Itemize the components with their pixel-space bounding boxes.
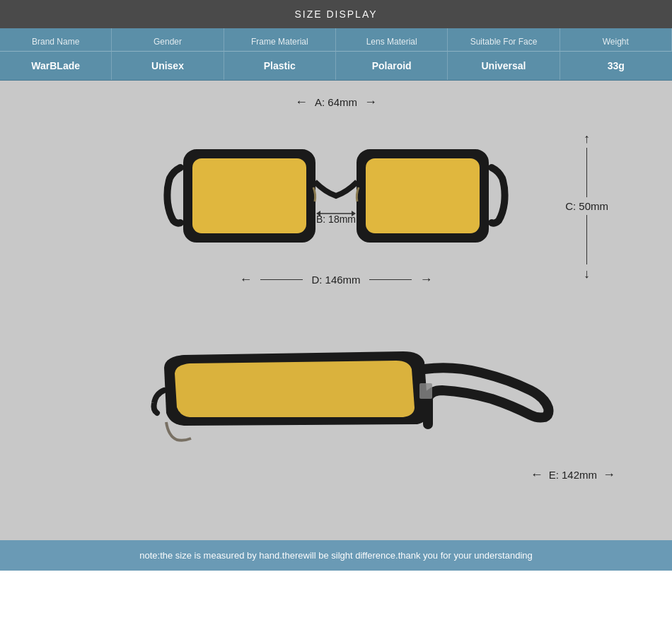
spec-value-weight: 33g <box>560 52 672 80</box>
page-header: SIZE DISPLAY <box>0 0 672 28</box>
arrow-right-icon: → <box>364 95 377 110</box>
specs-table: Brand Name Gender Frame Material Lens Ma… <box>0 28 672 81</box>
arrow-right-d-icon: → <box>420 272 433 287</box>
spec-header-brand: Brand Name <box>0 28 112 52</box>
glasses-side-view <box>106 298 566 503</box>
arrow-right-e-icon: → <box>603 467 615 482</box>
spec-value-brand: WarBLade <box>0 52 112 80</box>
dim-b-label: B: 18mm <box>316 214 356 225</box>
glasses-front-view <box>159 111 513 267</box>
svg-rect-7 <box>419 383 432 399</box>
header-title: SIZE DISPLAY <box>294 8 377 20</box>
svg-rect-1 <box>192 158 306 233</box>
spec-value-lens: Polaroid <box>336 52 448 80</box>
spec-value-frame: Plastic <box>224 52 336 80</box>
arrow-left-icon: ← <box>295 95 308 110</box>
svg-rect-3 <box>366 158 480 233</box>
spec-value-gender: Unisex <box>112 52 224 80</box>
spec-header-gender: Gender <box>112 28 224 52</box>
footer-note: note:the size is measured by hand.therew… <box>0 540 672 571</box>
dim-d-label: D: 146mm <box>311 274 360 286</box>
arrow-down-icon: ↓ <box>584 267 590 280</box>
spec-header-face: Suitable For Face <box>448 28 560 52</box>
spec-header-lens: Lens Material <box>336 28 448 52</box>
spec-header-frame: Frame Material <box>224 28 336 52</box>
dim-a-label: A: 64mm <box>315 96 357 108</box>
arrow-left-e-icon: ← <box>531 467 543 482</box>
spec-header-weight: Weight <box>560 28 672 52</box>
arrow-left-d-icon: ← <box>239 272 252 287</box>
dim-c-label: C: 50mm <box>565 200 608 212</box>
dim-e-label: E: 142mm <box>549 469 597 481</box>
main-display: ← A: 64mm → <box>0 81 672 540</box>
arrow-up-icon: ↑ <box>584 132 590 145</box>
spec-value-face: Universal <box>448 52 560 80</box>
